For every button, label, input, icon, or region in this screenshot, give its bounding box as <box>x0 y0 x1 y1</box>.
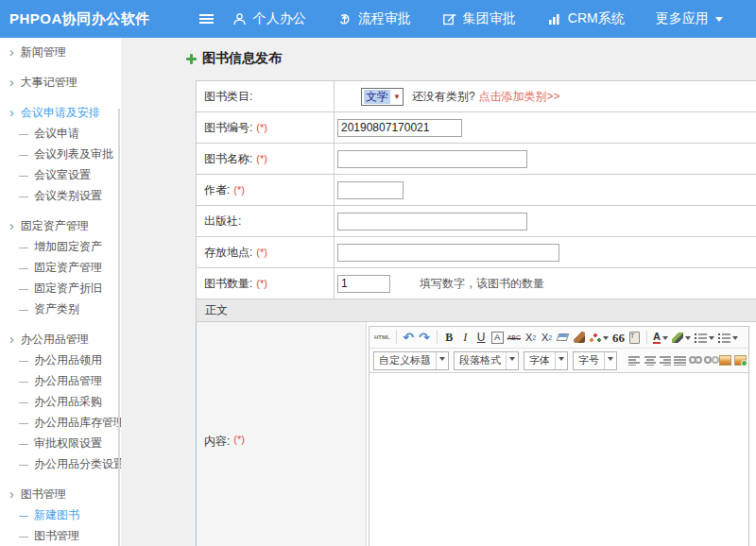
strikethrough-button[interactable]: ABC <box>507 330 521 345</box>
underline-button[interactable]: U <box>475 330 488 345</box>
italic-button[interactable]: I <box>459 330 472 345</box>
remove-link-icon[interactable] <box>704 356 716 365</box>
field-value: 文学 ▼ 还没有类别? 点击添加类别>> <box>335 88 756 106</box>
category-selected-value: 文学 <box>364 90 390 104</box>
align-center-icon[interactable] <box>644 353 656 368</box>
subscript-base: X <box>541 333 548 343</box>
sidebar-group-book-management[interactable]: 图书管理 <box>0 484 121 504</box>
sidebar-item-label: 固定资产折旧 <box>34 281 102 297</box>
sidebar-item-label: 会议申请 <box>34 126 79 142</box>
undo-icon[interactable]: ↶ <box>403 330 415 345</box>
background-color-pen-icon[interactable] <box>672 330 691 345</box>
quantity-input[interactable] <box>337 275 390 293</box>
publisher-label: 出版社: <box>204 213 241 230</box>
top-navbar: PHPOA协同办公软件 个人办公 流程审批 集团审批 CRM系统 <box>0 0 756 38</box>
sidebar-item-label: 会议申请及安排 <box>21 105 100 121</box>
source-code-button[interactable]: HTML <box>374 330 390 345</box>
sidebar-group-news-management[interactable]: 新闻管理 <box>0 42 121 62</box>
nav-more-apps[interactable]: 更多应用 <box>656 10 723 27</box>
sidebar-item-meeting-apply[interactable]: 会议申请 <box>0 123 121 144</box>
custom-title-select[interactable]: 自定义标题 <box>373 351 449 370</box>
nav-personal-office[interactable]: 个人办公 <box>232 10 306 27</box>
sidebar-item-meeting-category-settings[interactable]: 会议类别设置 <box>0 185 121 206</box>
author-input[interactable] <box>337 181 404 199</box>
nav-label: 更多应用 <box>656 10 709 27</box>
sidebar-item-label: 审批权限设置 <box>34 435 102 452</box>
sidebar-item-label: 办公用品管理 <box>34 373 102 389</box>
sidebar-item-supplies-category-settings[interactable]: 办公用品分类设置 <box>0 453 121 474</box>
sidebar-item-fixed-asset-management[interactable]: 固定资产管理 <box>0 257 121 278</box>
hamburger-menu-icon[interactable] <box>199 14 214 24</box>
sidebar-item-new-book[interactable]: 新建图书 <box>0 504 121 525</box>
sidebar-item-supplies-purchase[interactable]: 办公用品采购 <box>0 391 121 412</box>
paste-text-icon[interactable]: T <box>628 330 641 345</box>
sidebar-group-office-supplies[interactable]: 办公用品管理 <box>0 329 121 350</box>
sidebar-item-book-management[interactable]: 图书管理 <box>0 525 121 546</box>
editor-content-area[interactable] <box>369 373 748 546</box>
location-input[interactable] <box>337 244 559 262</box>
nav-crm-system[interactable]: CRM系统 <box>547 10 625 27</box>
main-content: 图书信息发布 图书类目: 文学 ▼ 还没有类别? 点击添加类别>> 图书编号:(… <box>121 38 756 546</box>
sidebar-item-label: 办公用品管理 <box>21 332 89 348</box>
sidebar-item-add-fixed-asset[interactable]: 增加固定资产 <box>0 236 121 257</box>
font-color-button[interactable]: A <box>653 330 668 345</box>
sidebar-item-supplies-inventory[interactable]: 办公用品库存管理 <box>0 412 121 433</box>
nav-workflow-approval[interactable]: 流程审批 <box>337 10 411 27</box>
nav-group-approval[interactable]: 集团审批 <box>442 10 516 27</box>
dropdown-caret-icon <box>555 352 567 369</box>
sidebar-scrollbar[interactable] <box>118 109 120 546</box>
dropdown-caret-icon <box>662 336 668 343</box>
sidebar-item-supplies-management[interactable]: 办公用品管理 <box>0 370 121 391</box>
book-number-input[interactable] <box>337 119 462 137</box>
sidebar-item-label: 办公用品分类设置 <box>34 456 121 472</box>
dropdown-caret-icon <box>709 336 714 343</box>
align-right-icon[interactable] <box>659 353 671 368</box>
sidebar-item-supplies-requisition[interactable]: 办公用品领用 <box>0 350 121 370</box>
dropdown-caret-icon <box>604 352 616 369</box>
nav-label: CRM系统 <box>568 10 625 27</box>
dropdown-caret-icon <box>436 352 448 369</box>
sidebar-item-label: 图书管理 <box>34 528 79 544</box>
subscript-button[interactable]: X2 <box>541 330 553 345</box>
edit-square-icon <box>442 12 456 26</box>
app-logo: PHPOA协同办公软件 <box>9 10 150 28</box>
sidebar-item-approval-permission-settings[interactable]: 审批权限设置 <box>0 433 121 453</box>
dropdown-caret-icon <box>603 336 609 343</box>
sidebar-group-memorabilia-management[interactable]: 大事记管理 <box>0 72 121 93</box>
sidebar-item-label: 资产类别 <box>34 301 79 317</box>
highlight-color-icon[interactable] <box>589 330 609 345</box>
add-category-link[interactable]: 点击添加类别>> <box>479 89 560 105</box>
unordered-list-icon[interactable] <box>718 330 738 345</box>
font-size-select[interactable]: 字号 <box>573 351 617 370</box>
upload-image-icon[interactable] <box>734 353 747 368</box>
nav-label: 流程审批 <box>358 10 411 27</box>
align-justify-icon[interactable] <box>674 353 686 368</box>
category-select[interactable]: 文学 ▼ <box>361 88 404 106</box>
eraser-icon[interactable] <box>557 330 569 345</box>
insert-image-icon[interactable] <box>719 353 731 368</box>
sidebar-item-label: 会议室设置 <box>34 167 91 183</box>
blockquote-button[interactable]: 66 <box>612 330 625 345</box>
sidebar-group-fixed-assets[interactable]: 固定资产管理 <box>0 215 121 236</box>
font-family-select[interactable]: 字体 <box>524 351 568 370</box>
required-mark: (*) <box>256 153 267 164</box>
sidebar-group-meeting-apply[interactable]: 会议申请及安排 <box>0 102 121 123</box>
format-brush-icon[interactable] <box>573 330 585 345</box>
superscript-base: X <box>525 333 532 343</box>
publisher-input[interactable] <box>337 213 527 230</box>
sidebar-item-meeting-list-approval[interactable]: 会议列表及审批 <box>0 144 121 164</box>
sidebar-item-asset-category[interactable]: 资产类别 <box>0 299 121 319</box>
redo-icon[interactable]: ↷ <box>419 330 431 345</box>
paragraph-format-select[interactable]: 段落格式 <box>454 351 519 370</box>
sidebar-item-meeting-room-settings[interactable]: 会议室设置 <box>0 164 121 185</box>
toolbar-divider <box>646 331 647 344</box>
ordered-list-icon[interactable] <box>695 330 714 345</box>
form-row-publisher: 出版社: <box>197 206 756 237</box>
bold-button[interactable]: B <box>443 330 455 345</box>
superscript-button[interactable]: X2 <box>524 330 537 345</box>
border-text-button[interactable]: A <box>491 332 504 344</box>
sidebar-item-fixed-asset-depreciation[interactable]: 固定资产折旧 <box>0 278 121 299</box>
insert-link-icon[interactable] <box>689 356 701 365</box>
book-name-input[interactable] <box>337 150 527 168</box>
align-left-icon[interactable] <box>628 353 641 368</box>
